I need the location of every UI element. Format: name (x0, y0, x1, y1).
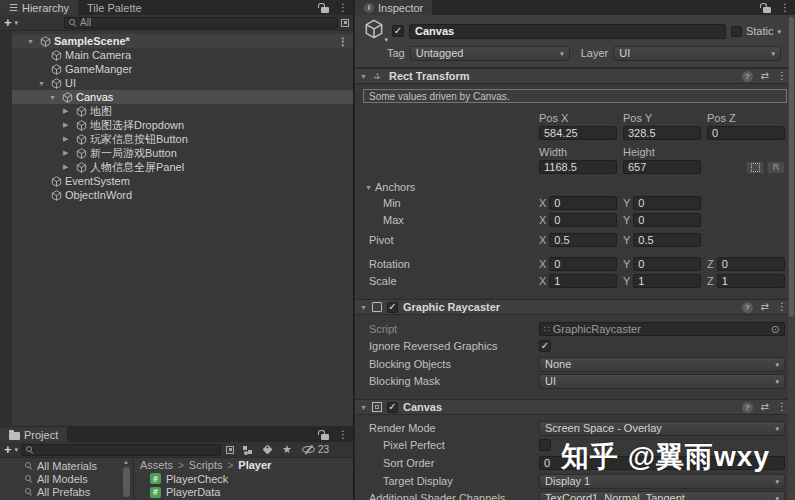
tree-item-eventsystem[interactable]: EventSystem (12, 174, 353, 188)
pos-y-field[interactable]: 328.5 (623, 126, 701, 140)
layer-dropdown[interactable]: UI ▾ (613, 46, 781, 61)
anchors-foldout[interactable]: ▼ Anchors (361, 181, 539, 193)
gameobject-big-icon[interactable]: ▾ (361, 19, 387, 43)
help-icon[interactable] (742, 302, 753, 313)
foldout-closed-icon[interactable]: ▶ (63, 149, 75, 157)
add-asset-caret-icon[interactable]: ▾ (15, 446, 19, 453)
rotation-x-field[interactable]: 0 (549, 257, 617, 271)
tree-item-samplescene[interactable]: ▼ SampleScene* ⋮ (12, 34, 353, 48)
tab-tile-palette[interactable]: Tile Palette (78, 0, 151, 15)
graphic-raycaster-header[interactable]: ▼ ✓ Graphic Raycaster ⇄ ⋮ (355, 299, 795, 315)
scale-x-field[interactable]: 1 (549, 274, 617, 288)
scrollbar-thumb[interactable] (789, 17, 794, 317)
height-field[interactable]: 657 (623, 160, 701, 174)
tree-item-newgame-button[interactable]: ▶ 新一局游戏Button (12, 146, 353, 160)
tab-project[interactable]: Project (0, 427, 67, 442)
scrollbar-thumb[interactable] (123, 467, 130, 497)
pick-window-icon[interactable] (341, 19, 349, 27)
add-object-button[interactable]: + (4, 16, 12, 29)
foldout-closed-icon[interactable]: ▶ (63, 107, 75, 115)
shader-channels-dropdown[interactable]: TexCoord1, Normal, Tangent ▾ (539, 491, 785, 500)
static-checkbox[interactable] (731, 26, 742, 37)
component-menu-icon[interactable]: ⋮ (777, 302, 787, 312)
add-asset-button[interactable]: + (4, 443, 12, 456)
component-menu-icon[interactable]: ⋮ (777, 402, 787, 412)
foldout-open-icon[interactable]: ▼ (27, 38, 39, 45)
tree-item-charinfo-panel[interactable]: ▶ 人物信息全屏Panel (12, 160, 353, 174)
rotation-y-field[interactable]: 0 (633, 257, 701, 271)
hidden-packages-icon[interactable] (302, 445, 315, 454)
canvas-component-header[interactable]: ▼ ✓ Canvas ⇄ ⋮ (355, 399, 795, 415)
pos-z-field[interactable]: 0 (707, 126, 785, 140)
pos-x-field[interactable]: 584.25 (539, 126, 617, 140)
blocking-objects-dropdown[interactable]: None ▾ (539, 357, 785, 372)
pivot-y-field[interactable]: 0.5 (633, 233, 701, 247)
file-playerdata[interactable]: PlayerData (134, 486, 353, 500)
lock-icon[interactable] (763, 7, 771, 13)
tab-hierarchy[interactable]: ☰ Hierarchy (0, 0, 78, 15)
lock-icon[interactable] (321, 434, 329, 440)
crumb-player[interactable]: Player (238, 459, 271, 471)
ignore-reversed-graphics-checkbox[interactable]: ✓ (539, 340, 551, 352)
script-field[interactable]: ∷ GraphicRaycaster ⊙ (539, 322, 785, 336)
render-mode-dropdown[interactable]: Screen Space - Overlay ▾ (539, 421, 785, 436)
project-scrollbar[interactable]: ▲ (120, 458, 133, 499)
blocking-mask-dropdown[interactable]: UI ▾ (539, 374, 785, 389)
help-icon[interactable] (742, 402, 753, 413)
search-by-type-icon[interactable] (243, 445, 253, 455)
crumb-assets[interactable]: Assets (140, 459, 173, 471)
anchor-presets-button[interactable] (746, 161, 764, 174)
foldout-open-icon[interactable]: ▼ (49, 94, 61, 101)
file-playercheck[interactable]: PlayerCheck (134, 472, 353, 486)
tree-item-ui[interactable]: ▼ UI (12, 76, 353, 90)
scale-z-field[interactable]: 1 (717, 274, 785, 288)
foldout-closed-icon[interactable]: ▶ (63, 135, 75, 143)
pivot-x-field[interactable]: 0.5 (549, 233, 617, 247)
tag-dropdown[interactable]: Untagged ▾ (410, 46, 570, 61)
favorite-all-materials[interactable]: All Materials (0, 459, 120, 472)
favorite-all-prefabs[interactable]: All Prefabs (0, 485, 120, 498)
raw-edit-button[interactable]: R (767, 161, 785, 174)
width-field[interactable]: 1168.5 (539, 160, 617, 174)
tree-item-map-dropdown[interactable]: ▶ 地图选择Dropdown (12, 118, 353, 132)
scroll-up-icon[interactable]: ▲ (123, 459, 129, 465)
panel-menu-icon[interactable]: ⋮ (338, 3, 348, 13)
component-enabled-checkbox[interactable]: ✓ (387, 402, 398, 413)
foldout-open-icon[interactable]: ▼ (360, 404, 367, 411)
tree-item-map[interactable]: ▶ 地图 (12, 104, 353, 118)
favorites-icon[interactable]: ★ (282, 444, 292, 455)
panel-menu-icon[interactable]: ⋮ (338, 430, 348, 440)
tree-item-canvas[interactable]: ▼ Canvas (12, 90, 353, 104)
favorite-all-models[interactable]: All Models (0, 472, 120, 485)
pick-window-icon[interactable] (226, 446, 234, 454)
preset-icon[interactable]: ⇄ (761, 71, 769, 81)
static-caret-icon[interactable]: ▾ (777, 28, 781, 35)
inspector-scrollbar[interactable] (788, 15, 795, 500)
help-icon[interactable] (742, 71, 753, 82)
pixel-perfect-checkbox[interactable] (539, 439, 551, 451)
min-x-field[interactable]: 0 (549, 196, 617, 210)
min-y-field[interactable]: 0 (633, 196, 701, 210)
add-object-caret-icon[interactable]: ▾ (15, 19, 19, 26)
rect-transform-header[interactable]: ▼ Rect Transform ⇄ ⋮ (355, 68, 795, 84)
crumb-scripts[interactable]: Scripts (189, 459, 223, 471)
preset-icon[interactable]: ⇄ (761, 302, 769, 312)
component-enabled-checkbox[interactable]: ✓ (387, 302, 398, 313)
foldout-open-icon[interactable]: ▼ (38, 80, 50, 87)
max-y-field[interactable]: 0 (633, 213, 701, 227)
name-field[interactable]: Canvas (409, 24, 726, 39)
component-menu-icon[interactable]: ⋮ (777, 71, 787, 81)
foldout-closed-icon[interactable]: ▶ (63, 121, 75, 129)
rotation-z-field[interactable]: 0 (717, 257, 785, 271)
active-checkbox[interactable]: ✓ (392, 25, 404, 37)
panel-menu-icon[interactable]: ⋮ (780, 3, 790, 13)
object-picker-icon[interactable]: ⊙ (771, 323, 780, 336)
lock-icon[interactable] (321, 7, 329, 13)
hierarchy-search-input[interactable]: All (64, 17, 338, 29)
tree-item-playerinfo-button[interactable]: ▶ 玩家信息按钮Button (12, 132, 353, 146)
scale-y-field[interactable]: 1 (633, 274, 701, 288)
tree-item-gamemanger[interactable]: GameManger (12, 62, 353, 76)
max-x-field[interactable]: 0 (549, 213, 617, 227)
tab-inspector[interactable]: i Inspector (355, 0, 432, 15)
foldout-open-icon[interactable]: ▼ (360, 304, 367, 311)
